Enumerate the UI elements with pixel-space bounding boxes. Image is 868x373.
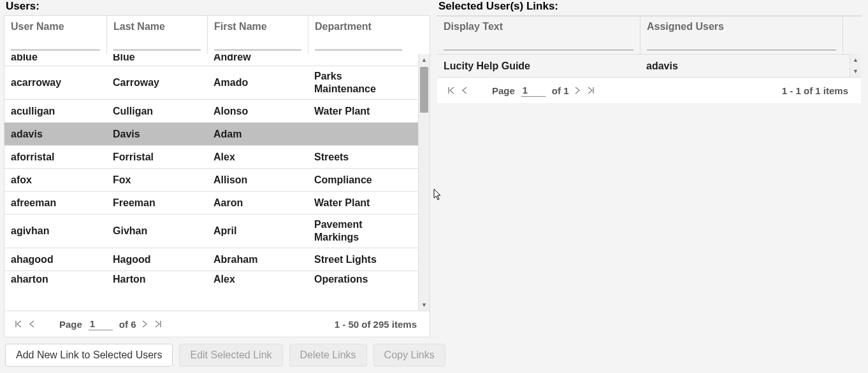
links-grid: Display Text Assigned Users Lucity Help … [437, 15, 862, 17]
cell: Allison [207, 169, 308, 191]
column-label: Department [315, 21, 402, 32]
cell: Alonso [207, 100, 308, 122]
links-col-assignedusers[interactable]: Assigned Users [640, 16, 843, 54]
users-col-lastname[interactable]: Last Name [106, 16, 207, 54]
pager-first-button[interactable] [446, 87, 456, 94]
table-row[interactable]: Lucity Help Guideadavis [437, 54, 850, 77]
links-header-scroll-gutter [843, 16, 854, 54]
links-panel-title: Selected User(s) Links: [437, 0, 862, 15]
column-label: Display Text [444, 21, 633, 32]
copy-links-button[interactable]: Copy Links [373, 344, 445, 367]
links-panel: Selected User(s) Links: Display Text Ass… [435, 0, 868, 337]
cell: acarroway [4, 66, 106, 99]
cell: Andrew [207, 54, 308, 66]
table-row[interactable]: ahagoodHagoodAbrahamStreet Lights [4, 248, 418, 271]
users-rows: ablueBlueAndrewacarrowayCarrowayAmadoPar… [4, 54, 418, 311]
users-page-input[interactable] [89, 318, 113, 330]
cell: Operations [308, 271, 409, 287]
table-row[interactable]: agivhanGivhanAprilPavement Markings [4, 214, 418, 248]
users-panel-title: Users: [4, 0, 430, 15]
cell: Adam [207, 123, 308, 145]
page-label: Page [492, 85, 515, 96]
table-row[interactable]: afoxFoxAllisonCompliance [4, 168, 418, 191]
scrollbar-down-arrow-icon[interactable]: ▼ [419, 299, 430, 311]
filter-username-input[interactable] [11, 36, 100, 50]
filter-assignedusers-input[interactable] [647, 36, 836, 50]
cell: Fox [106, 169, 207, 191]
cell: Alex [207, 271, 308, 287]
pager-last-button[interactable] [153, 320, 163, 328]
page-label: Page [59, 319, 82, 330]
table-row[interactable]: aforristalForristalAlexStreets [4, 145, 418, 168]
cell: April [207, 215, 308, 248]
cell: Forristal [106, 146, 207, 168]
users-grid-body: ablueBlueAndrewacarrowayCarrowayAmadoPar… [4, 54, 430, 311]
cell: ablue [4, 54, 106, 66]
column-label: User Name [11, 21, 100, 32]
pager-prev-button[interactable] [27, 320, 36, 328]
cell: Water Plant [308, 192, 409, 214]
cell: Water Plant [308, 100, 409, 122]
cell: Pavement Markings [308, 215, 409, 248]
add-new-link-button[interactable]: Add New Link to Selected Users [5, 344, 173, 367]
links-scrollbar[interactable]: ▲ ▼ [850, 54, 861, 77]
cell: Parks Maintenance [308, 66, 409, 99]
cell [308, 64, 409, 66]
filter-firstname-input[interactable] [214, 36, 301, 50]
table-row[interactable]: adavisDavisAdam [4, 122, 418, 145]
table-row[interactable]: ablueBlueAndrew [4, 54, 418, 66]
cell: Alex [207, 146, 308, 168]
users-col-department[interactable]: Department [308, 16, 409, 54]
users-panel: Users: User Name Last Name First Name De… [0, 0, 433, 337]
users-col-username[interactable]: User Name [4, 16, 106, 54]
users-grid-header: User Name Last Name First Name Departmen… [4, 16, 430, 54]
pager-prev-button[interactable] [460, 87, 469, 94]
users-scrollbar[interactable]: ▲ ▼ [418, 54, 430, 311]
pager-next-button[interactable] [140, 320, 149, 328]
cell: aforristal [4, 146, 106, 168]
pager-last-button[interactable] [586, 87, 596, 94]
scrollbar-up-arrow-icon[interactable]: ▲ [853, 54, 858, 66]
delete-links-button[interactable]: Delete Links [289, 344, 367, 367]
filter-department-input[interactable] [315, 36, 402, 50]
links-page-input[interactable] [521, 84, 546, 97]
cell: Streets [308, 146, 409, 168]
pager-first-button[interactable] [13, 320, 24, 328]
cell [308, 123, 409, 145]
links-grid-header: Display Text Assigned Users [437, 16, 861, 54]
scrollbar-down-arrow-icon[interactable]: ▼ [853, 66, 858, 77]
column-label: Assigned Users [647, 21, 836, 32]
cell: adavis [640, 55, 843, 77]
cell: Hagood [106, 248, 207, 271]
users-pager: Page of 6 1 - 50 of 295 items [4, 311, 430, 337]
action-buttons: Add New Link to Selected Users Edit Sele… [0, 337, 868, 367]
pager-next-button[interactable] [573, 87, 582, 94]
column-label: Last Name [113, 21, 201, 32]
users-col-firstname[interactable]: First Name [207, 16, 308, 54]
page-of-label: of 1 [552, 85, 569, 96]
scrollbar-thumb[interactable] [420, 67, 428, 113]
users-grid: User Name Last Name First Name Departmen… [4, 15, 430, 337]
cell: afox [4, 169, 106, 191]
links-grid-body: Lucity Help Guideadavis ▲ ▼ [437, 54, 861, 77]
table-row[interactable]: aculliganCulliganAlonsoWater Plant [4, 99, 418, 122]
table-row[interactable]: ahartonHartonAlexOperations [4, 271, 418, 287]
scrollbar-up-arrow-icon[interactable]: ▲ [419, 54, 430, 66]
table-row[interactable]: afreemanFreemanAaronWater Plant [4, 191, 418, 214]
edit-selected-link-button[interactable]: Edit Selected Link [179, 344, 282, 367]
cell: Abraham [207, 248, 308, 271]
cell: Davis [106, 123, 207, 145]
table-row[interactable]: acarrowayCarrowayAmadoParks Maintenance [4, 66, 418, 99]
cell: Lucity Help Guide [437, 55, 640, 77]
column-label: First Name [214, 21, 301, 32]
filter-displaytext-input[interactable] [444, 36, 633, 50]
filter-lastname-input[interactable] [113, 36, 201, 50]
cell: Amado [207, 66, 308, 99]
page-of-label: of 6 [119, 319, 136, 330]
cell: Compliance [308, 169, 409, 191]
cell: ahagood [4, 248, 106, 271]
cell: Aaron [207, 192, 308, 214]
cell: Culligan [106, 100, 207, 122]
links-col-displaytext[interactable]: Display Text [437, 16, 640, 54]
cell: Carroway [106, 66, 207, 99]
